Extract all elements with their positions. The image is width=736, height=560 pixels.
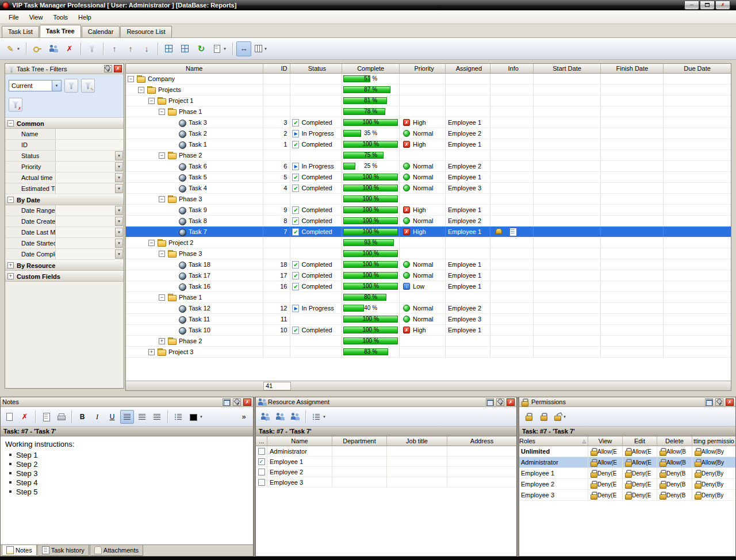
restore-panel-button[interactable] xyxy=(486,398,494,406)
column-header-start-date[interactable]: Start Date xyxy=(534,64,601,73)
view-mode-button[interactable]: ▼ xyxy=(309,410,328,424)
menu-help[interactable]: Help xyxy=(73,12,97,22)
dropdown-arrow-icon[interactable]: ▼ xyxy=(115,162,123,171)
menu-tools[interactable]: Tools xyxy=(48,12,73,22)
filter-value-estimated-ti[interactable]: ▼ xyxy=(56,183,124,194)
delete-note-button[interactable]: ✗ xyxy=(18,410,32,424)
pin-panel-button[interactable] xyxy=(233,398,241,406)
print-preview-button[interactable] xyxy=(39,410,53,424)
column-header-finish-date[interactable]: Finish Date xyxy=(601,64,664,73)
column-header-edit[interactable]: Edit xyxy=(623,436,657,446)
maximize-button[interactable] xyxy=(700,1,715,10)
column-header-id[interactable]: ID xyxy=(263,64,291,73)
dropdown-arrow-icon[interactable]: ▼ xyxy=(115,173,123,182)
column-header-priority[interactable]: Priority xyxy=(400,64,446,73)
collapse-toggle-icon[interactable]: − xyxy=(148,98,155,104)
filter-section-custom-fields[interactable]: +Custom Fields xyxy=(5,271,124,282)
move-up-button[interactable]: ↑ xyxy=(123,41,138,56)
align-center-button[interactable] xyxy=(135,410,149,424)
filter-section-by-resource[interactable]: +By Resource xyxy=(5,260,124,271)
filter-value-date-create[interactable]: ▼ xyxy=(56,216,124,227)
dropdown-arrow-icon[interactable]: ▼ xyxy=(17,47,20,51)
bold-button[interactable]: B xyxy=(75,410,89,424)
clear-filter-button[interactable]: ✗ xyxy=(9,98,22,112)
column-header-tting-permissio[interactable]: tting permissio xyxy=(692,436,735,446)
expand-icon[interactable]: + xyxy=(7,273,14,279)
assign-resource-button[interactable] xyxy=(273,410,287,424)
tree-row-phase-1[interactable]: −Phase 180 % xyxy=(126,292,731,303)
column-header-info[interactable]: Info xyxy=(490,64,534,73)
column-header-due-date[interactable]: Due Date xyxy=(664,64,731,73)
expand-all-button[interactable] xyxy=(162,41,177,56)
pin-filters-button[interactable] xyxy=(104,65,112,72)
dropdown-arrow-icon[interactable]: ▼ xyxy=(115,228,123,237)
tree-row-task-11[interactable]: Task 1111100 %NormalEmployee 3 xyxy=(126,314,731,325)
collapse-icon[interactable]: − xyxy=(7,197,14,203)
dropdown-arrow-icon[interactable]: ▼ xyxy=(115,250,123,259)
dropdown-arrow-icon[interactable]: ▼ xyxy=(115,206,123,215)
font-color-button[interactable]: ▼ xyxy=(186,410,205,424)
tree-row-task-7[interactable]: Task 77✔Completed100 %✗HighEmployee 1 xyxy=(126,227,731,237)
pin-panel-button[interactable] xyxy=(715,398,723,406)
tree-row-task-6[interactable]: Task 66▶In Progress25 %NormalEmployee 2 xyxy=(126,161,731,172)
tree-row-project-3[interactable]: +Project 383 % xyxy=(126,347,731,358)
column-header-delete[interactable]: Delete xyxy=(657,436,692,446)
delete-task-button[interactable]: ✗ xyxy=(62,41,77,56)
tree-row-task-12[interactable]: Task 1212▶In Progress40 %NormalEmployee … xyxy=(126,303,731,314)
tree-row-task-9[interactable]: Task 99✔Completed100 %✗HighEmployee 1 xyxy=(126,205,731,216)
permission-row-employee-3[interactable]: Employee 3Deny(EDeny(EDeny(BDeny(By xyxy=(519,490,735,501)
collapse-toggle-icon[interactable]: − xyxy=(159,196,165,202)
column-header-col[interactable]: ... xyxy=(256,436,267,446)
expand-toggle-icon[interactable]: + xyxy=(148,349,155,355)
expand-toggle-icon[interactable]: + xyxy=(159,338,165,344)
dropdown-arrow-icon[interactable]: ▼ xyxy=(115,184,123,193)
checkbox-unchecked[interactable] xyxy=(258,469,265,475)
checkbox-checked[interactable]: ✓ xyxy=(258,458,265,465)
filter-value-status[interactable]: ▼ xyxy=(56,151,124,161)
column-header-status[interactable]: Status xyxy=(290,64,342,73)
filter-value-id[interactable] xyxy=(56,140,124,150)
tree-row-task-18[interactable]: Task 1818✔Completed100 %NormalEmployee 1 xyxy=(126,259,731,270)
filter-section-common[interactable]: −Common xyxy=(5,118,124,129)
filter-button[interactable] xyxy=(85,41,99,56)
collapse-icon[interactable]: − xyxy=(7,120,14,126)
filter-value-name[interactable] xyxy=(56,129,124,139)
tab-calendar[interactable]: Calendar xyxy=(82,26,120,37)
tree-row-task-8[interactable]: Task 88✔Completed100 %NormalEmployee 2 xyxy=(126,216,731,227)
tree-row-task-5[interactable]: Task 55✔Completed100 %NormalEmployee 1 xyxy=(126,172,731,183)
column-header-name[interactable]: Name xyxy=(126,64,263,73)
close-filters-button[interactable]: ✗ xyxy=(114,65,122,72)
filter-preset-select[interactable]: Current ▼ xyxy=(9,80,62,91)
resource-row-employee-3[interactable]: Employee 3 xyxy=(256,477,516,488)
filter-value-date-comple[interactable]: ▼ xyxy=(56,249,124,259)
column-chooser-button[interactable]: ▼ xyxy=(252,41,270,56)
column-header-job-title[interactable]: Job title xyxy=(387,436,447,446)
tree-row-phase-3[interactable]: −Phase 3100 % xyxy=(126,248,731,259)
edit-note-button[interactable]: ✎ xyxy=(3,410,17,424)
resource-row-administrator[interactable]: Administrator xyxy=(256,446,516,457)
dropdown-arrow-icon[interactable]: ▼ xyxy=(115,151,123,160)
tree-row-task-16[interactable]: Task 1616✔Completed100 %↓LowEmployee 1 xyxy=(126,281,731,292)
restore-panel-button[interactable] xyxy=(705,398,713,406)
tab-task-history[interactable]: Task history xyxy=(37,545,89,556)
refresh-button[interactable]: ↻ xyxy=(194,41,209,56)
column-header-assigned[interactable]: Assigned xyxy=(446,64,490,73)
checkbox-unchecked[interactable] xyxy=(258,448,265,455)
column-header-name[interactable]: Name xyxy=(267,436,332,446)
new-filter-button[interactable] xyxy=(64,79,78,93)
expand-icon[interactable]: + xyxy=(7,262,14,269)
notes-content[interactable]: Working instructions: Step 1Step 2Step 3… xyxy=(1,436,253,544)
dropdown-arrow-icon[interactable]: ▼ xyxy=(563,415,566,419)
collapse-toggle-icon[interactable]: − xyxy=(159,294,165,301)
tab-resource-list[interactable]: Resource List xyxy=(120,26,171,37)
restore-panel-button[interactable] xyxy=(223,398,231,406)
collapse-toggle-icon[interactable]: − xyxy=(148,240,155,246)
tree-row-task-17[interactable]: Task 1717✔Completed100 %NormalEmployee 1 xyxy=(126,270,731,281)
tree-row-task-4[interactable]: Task 44✔Completed100 %NormalEmployee 3 xyxy=(126,183,731,194)
close-panel-button[interactable]: ✗ xyxy=(726,398,734,406)
tree-row-project-2[interactable]: −Project 293 % xyxy=(126,237,731,248)
align-left-button[interactable] xyxy=(120,410,134,424)
resource-row-employee-2[interactable]: Employee 2 xyxy=(256,467,516,477)
dropdown-arrow-icon[interactable]: ▼ xyxy=(323,415,326,419)
permission-row-employee-2[interactable]: Employee 2Deny(EDeny(EDeny(BDeny(By xyxy=(519,479,735,490)
